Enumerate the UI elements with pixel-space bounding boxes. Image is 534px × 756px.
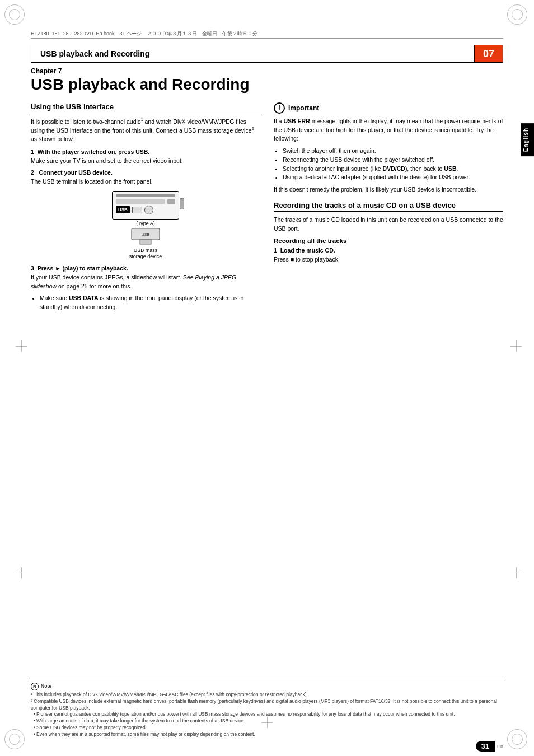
chapter-title: USB playback and Recording bbox=[31, 76, 503, 94]
footer-notes: N Note ¹ This includes playback of DivX … bbox=[31, 680, 503, 738]
crosshair-right-lower bbox=[510, 567, 522, 578]
note-5: • Some USB devices may not be properly r… bbox=[31, 725, 503, 731]
usb-mass-label: USB massstorage device bbox=[106, 248, 185, 260]
chapter-label: Chapter 7 bbox=[31, 67, 503, 75]
step2-body: The USB terminal is located on the front… bbox=[31, 178, 260, 186]
step3-bullets: Make sure USB DATA is showing in the fro… bbox=[31, 294, 260, 312]
sub-section-title: Recording all the tracks bbox=[274, 237, 503, 244]
usb-diagram: USB (Type A) USB USB massstorage device bbox=[106, 191, 185, 260]
step1-heading: 1 With the player switched on, press USB… bbox=[31, 148, 260, 155]
recording-section: Recording the tracks of a music CD on a … bbox=[274, 201, 503, 264]
recording-section-title: Recording the tracks of a music CD on a … bbox=[274, 201, 503, 212]
chapter-strip-number: 07 bbox=[474, 45, 503, 63]
section-title-usb-interface: Using the USB interface bbox=[31, 102, 260, 113]
note-1: ¹ This includes playback of DivX video/W… bbox=[31, 692, 503, 698]
crosshair-left-mid bbox=[16, 340, 27, 352]
step2-heading: 2 Connect your USB device. bbox=[31, 169, 260, 176]
intro-text: It is possible to listen to two-channel … bbox=[31, 117, 260, 144]
important-footer: If this doesn't remedy the problem, it i… bbox=[274, 185, 503, 194]
two-column-layout: Using the USB interface It is possible t… bbox=[31, 102, 503, 315]
corner-decoration-bl bbox=[4, 729, 27, 752]
step3-heading: 3 Press ► (play) to start playback. bbox=[31, 265, 260, 272]
important-icon: ! bbox=[274, 102, 285, 114]
corner-decoration-br bbox=[507, 729, 530, 752]
chapter-strip-label: USB playback and Recording bbox=[31, 45, 474, 63]
page-number-area: 31 En bbox=[476, 741, 503, 752]
english-tab: English bbox=[521, 123, 534, 156]
step1-body: Make sure your TV is on and set to the c… bbox=[31, 157, 260, 166]
important-title: ! Important bbox=[274, 102, 503, 114]
rec-step1-heading: 1 Load the music CD. bbox=[274, 247, 503, 254]
corner-decoration-tr bbox=[507, 4, 530, 27]
svg-text:USB: USB bbox=[142, 232, 150, 236]
page-number-box: 31 bbox=[476, 741, 495, 752]
note-6: • Even when they are in a supported form… bbox=[31, 731, 503, 738]
main-content: Chapter 7 USB playback and Recording Usi… bbox=[31, 67, 503, 711]
usb-port bbox=[132, 207, 142, 213]
left-column: Using the USB interface It is possible t… bbox=[31, 102, 260, 315]
crosshair-left-lower bbox=[16, 567, 27, 578]
note-4: • With large amounts of data, it may tak… bbox=[31, 718, 503, 725]
important-box: ! Important If a USB ERR message lights … bbox=[274, 102, 503, 194]
corner-decoration-tl bbox=[4, 4, 27, 27]
important-bullets: Switch the player off, then on again. Re… bbox=[274, 147, 503, 182]
chapter-strip: USB playback and Recording 07 bbox=[31, 45, 503, 63]
note-title: N Note bbox=[31, 683, 503, 690]
header-file-info: HTZ180_181_280_282DVD_En.book 31 ページ ２００… bbox=[31, 31, 503, 39]
note-3: • Pioneer cannot guarantee compatibility… bbox=[31, 711, 503, 718]
recording-intro: The tracks of a music CD loaded in this … bbox=[274, 216, 503, 234]
right-column: ! Important If a USB ERR message lights … bbox=[274, 102, 503, 315]
page-en-label: En bbox=[497, 744, 503, 749]
note-icon: N bbox=[31, 683, 39, 690]
rec-step1-body: Press ■ to stop playback. bbox=[274, 255, 503, 264]
svg-rect-1 bbox=[140, 240, 151, 244]
note-2: ² Compatible USB devices include externa… bbox=[31, 698, 503, 712]
usb-device-illustration: USB bbox=[129, 228, 162, 245]
usb-type-label: (Type A) bbox=[106, 221, 185, 226]
usb-label: USB bbox=[116, 206, 130, 213]
crosshair-right-mid bbox=[510, 340, 522, 352]
important-body: If a USB ERR message lights in the displ… bbox=[274, 117, 503, 143]
step3-body: If your USB device contains JPEGs, a sli… bbox=[31, 273, 260, 291]
